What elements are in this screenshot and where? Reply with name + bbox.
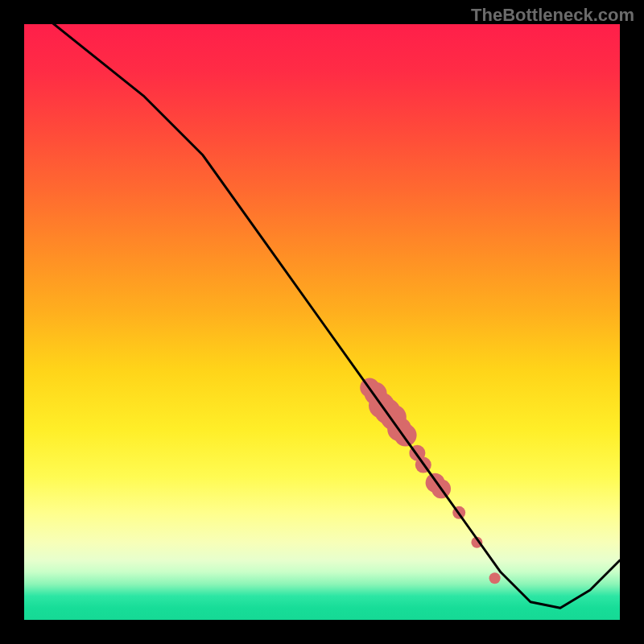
- watermark-text: TheBottleneck.com: [471, 5, 634, 26]
- plot-area: [24, 24, 620, 620]
- chart-stage: TheBottleneck.com: [0, 0, 644, 644]
- curve-line: [24, 24, 620, 608]
- scatter-point: [489, 572, 501, 584]
- chart-svg: [24, 24, 620, 620]
- scatter-group: [360, 378, 500, 584]
